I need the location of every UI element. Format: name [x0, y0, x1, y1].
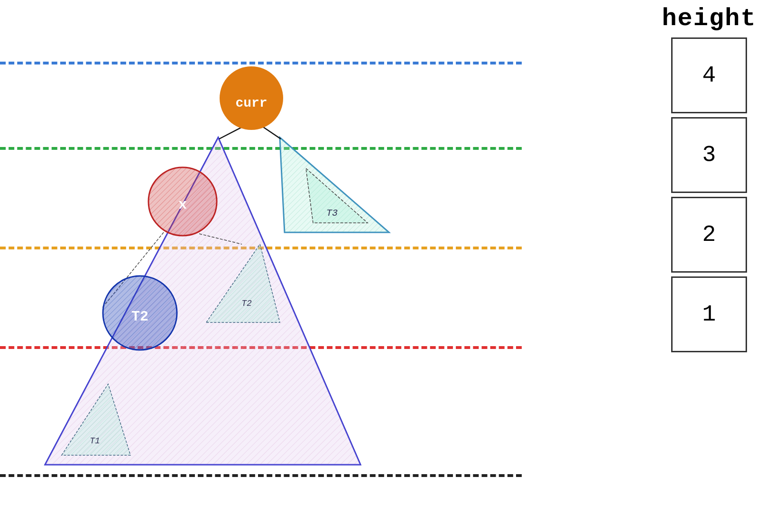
height-box-4: 4	[671, 37, 747, 113]
t2-triangle-label: T2	[241, 299, 252, 308]
height-column: height 4 3 2 1	[662, 0, 757, 356]
height-value-2: 2	[702, 222, 716, 248]
height-title: height	[662, 5, 756, 33]
height-value-4: 4	[702, 63, 716, 88]
main-canvas: curr x T2 T3 T2 T1 height 4 3 2 1	[0, 0, 766, 532]
height-value-3: 3	[702, 142, 716, 168]
t2-circle-label: T2	[131, 309, 148, 325]
edge-curr-right	[263, 127, 281, 139]
height-box-3: 3	[671, 117, 747, 193]
height-box-2: 2	[671, 197, 747, 273]
curr-label: curr	[235, 96, 267, 110]
diagram-svg: curr x T2 T3 T2 T1	[0, 0, 522, 503]
t3-label: T3	[326, 208, 338, 219]
x-label: x	[178, 197, 187, 213]
height-box-1: 1	[671, 276, 747, 352]
height-value-1: 1	[702, 302, 716, 327]
edge-curr-left	[219, 127, 242, 139]
t1-label: T1	[90, 436, 100, 446]
